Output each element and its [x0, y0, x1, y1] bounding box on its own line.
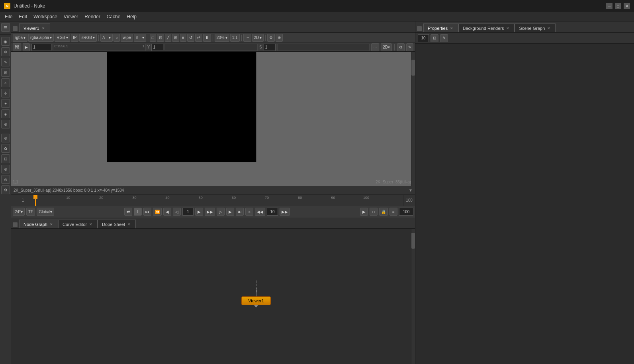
fps-select[interactable]: 24* ▾ [13, 208, 25, 216]
tool-s5[interactable]: ✿ [1, 185, 10, 194]
vt-icon5[interactable]: ≡ [180, 34, 186, 42]
tab-bg-renders-close[interactable]: ✕ [505, 26, 510, 30]
tab-curve-editor[interactable]: Curve Editor ✕ [58, 220, 98, 228]
props-btn1[interactable]: ⊡ [430, 34, 438, 42]
vt-dotted[interactable]: ⋯ [243, 34, 251, 42]
tc-step-back[interactable]: ◀ [163, 208, 171, 216]
vt-icon2[interactable]: ⊡ [157, 34, 164, 42]
scrollbar-thumb[interactable] [411, 60, 415, 76]
viewer1-node[interactable]: Viewer1 [241, 288, 271, 308]
vt-wipe[interactable]: wipe [121, 34, 133, 42]
vt-icon7[interactable]: ⇄ [195, 34, 202, 42]
vt-icon3[interactable]: ╱ [165, 34, 171, 42]
viewer-tab-close[interactable]: ✕ [41, 26, 46, 30]
vt-settings[interactable]: ⚙ [267, 34, 275, 42]
y-value[interactable]: 1 [151, 44, 163, 51]
tab-dope-sheet-close[interactable]: ✕ [127, 222, 131, 226]
tool-move[interactable]: ✛ [1, 89, 10, 97]
vt-icon4[interactable]: ⊞ [172, 34, 179, 42]
vt-2d[interactable]: 2D▾ [381, 43, 392, 51]
tf-btn[interactable]: TF [26, 208, 35, 216]
tc-play-loop[interactable]: ▶▶ [205, 208, 215, 216]
tool-s2[interactable]: ⊟ [1, 154, 10, 163]
current-frame-display[interactable]: 1 [182, 208, 194, 216]
menu-edit[interactable]: Edit [16, 12, 30, 21]
vt-extra[interactable]: ⊕ [276, 34, 283, 42]
tc-r1[interactable]: ▶ [360, 208, 368, 216]
tool-transform[interactable]: ⊕ [1, 47, 10, 56]
tc-skip-start[interactable]: ⏮ [143, 208, 151, 216]
maximize-button[interactable]: □ [615, 3, 621, 9]
tc-prev-frame[interactable]: ⏪ [153, 208, 162, 216]
tab-node-graph-close[interactable]: ✕ [49, 222, 54, 226]
vt-circle-btn[interactable]: ○ [113, 34, 120, 42]
tc-sync[interactable]: ⇄ [124, 208, 132, 216]
tool-star[interactable]: ✦ [1, 99, 10, 108]
tc-play[interactable]: ▶ [195, 208, 203, 216]
vt-b-input[interactable]: B - ▾ [134, 34, 146, 42]
vt-channel[interactable]: rgba ▾ [13, 34, 27, 42]
vt-zoom[interactable]: 20% ▾ [215, 34, 229, 42]
tool-menu[interactable]: ☰ [1, 23, 10, 32]
tc-i-btn[interactable]: I [134, 208, 142, 216]
vt-extra2[interactable]: ⚙ [397, 43, 405, 51]
menu-file[interactable]: File [2, 12, 16, 21]
tab-properties[interactable]: Properties ✕ [423, 23, 458, 32]
tc-back[interactable]: ◁ [173, 208, 181, 216]
tc-step-fwd[interactable]: ▶ [226, 208, 234, 216]
vt-alpha[interactable]: rgba.alpha ▾ [28, 34, 54, 42]
tool-info[interactable]: ◈ [1, 109, 10, 118]
tab-node-graph[interactable]: Node Graph ✕ [19, 220, 58, 228]
playback-end-display[interactable]: 100 [399, 208, 413, 216]
tool-s4[interactable]: ⊝ [1, 175, 10, 184]
menu-help[interactable]: Help [123, 12, 140, 21]
vt-srgb[interactable]: sRGB ▾ [79, 34, 97, 42]
s-value[interactable]: 1 [264, 44, 276, 51]
frame-f8[interactable]: f/8 [13, 43, 21, 51]
vt-pencil[interactable]: ✎ [406, 43, 413, 51]
tab-dope-sheet[interactable]: Dope Sheet ✕ [98, 220, 136, 228]
tool-circle[interactable]: ○ [1, 78, 10, 87]
tc-r3[interactable]: 🔒 [379, 208, 388, 216]
vt-icon6[interactable]: ↺ [187, 34, 194, 42]
vt-a-input[interactable]: A - ▾ [100, 34, 113, 42]
timeline-track[interactable]: 1 10 20 30 40 50 60 70 80 90 100 [35, 195, 403, 206]
scope-select[interactable]: Global ▾ [37, 208, 54, 216]
graph-scrollbar-thumb[interactable] [411, 233, 415, 249]
tab-curve-editor-close[interactable]: ✕ [88, 222, 93, 226]
tool-render[interactable]: ⊚ [1, 134, 10, 142]
tool-s1[interactable]: ✿ [1, 144, 10, 153]
close-button[interactable]: ✕ [624, 3, 630, 9]
vt-icon1[interactable]: □ [150, 34, 156, 42]
menu-render[interactable]: Render [81, 12, 103, 21]
tc-frame-back[interactable]: ◀◀ [255, 208, 265, 216]
tool-grid[interactable]: ⊞ [1, 68, 10, 77]
tc-r4[interactable]: ≡ [389, 208, 397, 216]
vt-color-mode[interactable]: RGB ▾ [55, 34, 70, 42]
tab-scene-graph-close[interactable]: ✕ [546, 26, 551, 30]
viewer-tab[interactable]: Viewer1 ✕ [19, 23, 50, 32]
props-btn2[interactable]: ✎ [440, 34, 448, 42]
tool-s3[interactable]: ⊜ [1, 165, 10, 173]
tool-viewer[interactable]: ◉ [1, 37, 10, 46]
viewer1-node-box[interactable]: Viewer1 [241, 296, 271, 305]
menu-cache[interactable]: Cache [104, 12, 124, 21]
vt-ip[interactable]: IP [71, 34, 78, 42]
tc-skip-end[interactable]: ⏭ [236, 208, 244, 216]
tab-bg-renders[interactable]: Background Renders ✕ [458, 23, 515, 32]
viewer-scrollbar[interactable] [411, 52, 415, 186]
vt-view-mode[interactable]: 2D ▾ [252, 34, 264, 42]
props-value-display[interactable]: 10 [418, 34, 429, 42]
graph-scrollbar-v[interactable] [411, 229, 415, 364]
menu-viewer[interactable]: Viewer [61, 12, 81, 21]
node-graph-area[interactable]: Viewer1 [11, 229, 415, 364]
tc-next[interactable]: ▷ [217, 208, 225, 216]
tc-r2[interactable]: □ [370, 208, 378, 216]
frame-value[interactable]: 1 [31, 44, 51, 51]
viewer-status-arrow[interactable]: ▼ [409, 188, 413, 193]
frame-btn[interactable]: ▶ [23, 43, 30, 51]
vt-pause[interactable]: ⏸ [203, 34, 211, 42]
tool-draw[interactable]: ✎ [1, 58, 10, 66]
vt-ratio[interactable]: 1:1 [230, 34, 240, 42]
tool-plugin[interactable]: ⊛ [1, 120, 10, 128]
